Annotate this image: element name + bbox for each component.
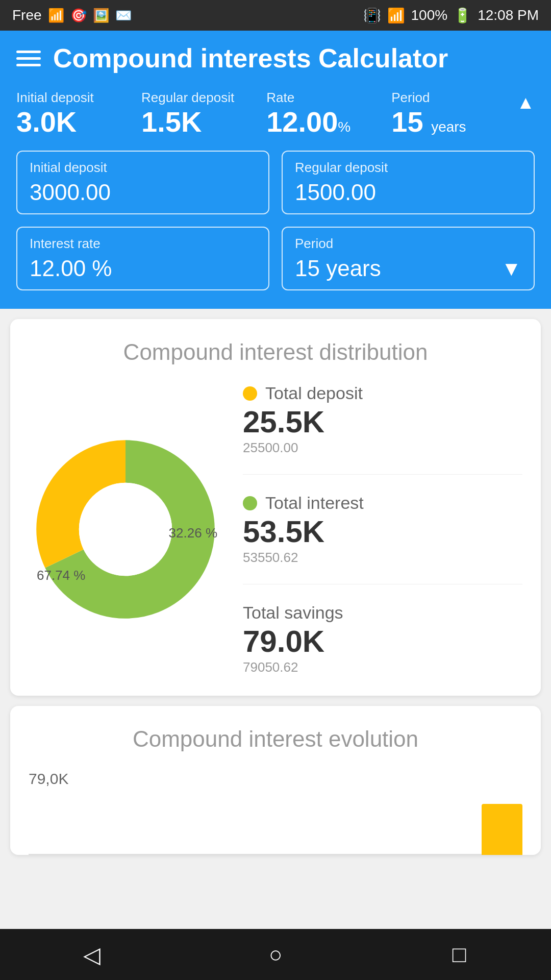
status-time: 12:08 PM [478, 7, 539, 23]
status-icon-1: 📶 [48, 8, 64, 23]
summary-period-label: Period [391, 90, 516, 106]
summary-rate-label: Rate [266, 90, 391, 106]
summary-rate: Rate 12.00% [266, 90, 391, 136]
legend-total-deposit: Total deposit 25.5K 25500.00 [243, 383, 522, 456]
status-battery-percent: 100% [411, 7, 448, 23]
distribution-legend: Total deposit 25.5K 25500.00 Total inter… [243, 383, 522, 675]
input-grid: Initial deposit 3000.00 Regular deposit … [16, 151, 535, 290]
status-icon-2: 🎯 [70, 8, 87, 23]
initial-deposit-label: Initial deposit [30, 160, 256, 176]
legend-total-deposit-header: Total deposit [243, 383, 522, 403]
regular-deposit-field[interactable]: Regular deposit 1500.00 [282, 151, 535, 214]
summary-initial-deposit-value: 3.0K [16, 108, 141, 136]
legend-interest-large: 53.5K [243, 515, 522, 549]
evolution-bar [482, 804, 522, 855]
summary-initial-deposit: Initial deposit 3.0K [16, 90, 141, 136]
initial-deposit-field[interactable]: Initial deposit 3000.00 [16, 151, 269, 214]
header-top: Compound interests Calculator [16, 43, 535, 74]
legend-interest-dot [243, 496, 257, 510]
donut-yellow-label: 32.26 % [169, 525, 217, 541]
interest-rate-field[interactable]: Interest rate 12.00 % [16, 227, 269, 290]
legend-savings-label: Total savings [243, 603, 522, 623]
period-label: Period [295, 236, 521, 252]
status-icon-3: 🖼️ [93, 8, 109, 23]
donut-green-label: 67.74 % [37, 568, 85, 583]
back-button[interactable]: ◁ [71, 934, 112, 975]
period-value-row: 15 years ▼ [295, 256, 521, 281]
evolution-baseline [29, 854, 522, 855]
summary-rate-unit: % [338, 119, 350, 135]
summary-period-value: 15 years [391, 108, 516, 136]
interest-rate-label: Interest rate [30, 236, 256, 252]
status-battery-icon: 🔋 [454, 7, 471, 24]
home-button[interactable]: ○ [255, 934, 296, 975]
legend-savings-small: 79050.62 [243, 659, 522, 675]
summary-period: Period 15 years [391, 90, 516, 136]
main-content: Compound interest distribution 32.26 % 6… [0, 309, 551, 929]
regular-deposit-label: Regular deposit [295, 160, 521, 176]
legend-total-savings: Total savings 79.0K 79050.62 [243, 603, 522, 675]
evolution-card: Compound interest evolution 79,0K [10, 706, 541, 855]
summary-regular-deposit-label: Regular deposit [141, 90, 266, 106]
legend-divider-2 [243, 584, 522, 584]
legend-total-interest-header: Total interest [243, 493, 522, 513]
legend-deposit-small: 25500.00 [243, 440, 522, 456]
initial-deposit-value: 3000.00 [30, 180, 256, 205]
period-field[interactable]: Period 15 years ▼ [282, 227, 535, 290]
status-bar: Free 📶 🎯 🖼️ ✉️ 📳 📶 100% 🔋 12:08 PM [0, 0, 551, 31]
status-signal: 📶 [387, 7, 405, 24]
status-left: Free 📶 🎯 🖼️ ✉️ [12, 7, 132, 23]
legend-savings-large: 79.0K [243, 625, 522, 658]
recent-apps-button[interactable]: □ [439, 934, 480, 975]
summary-regular-deposit-value: 1.5K [141, 108, 266, 136]
status-free-label: Free [12, 7, 42, 23]
period-value: 15 years [295, 256, 381, 281]
donut-chart: 32.26 % 67.74 % [29, 432, 222, 626]
svg-point-2 [79, 483, 172, 576]
app-title: Compound interests Calculator [53, 43, 448, 74]
collapse-button[interactable]: ▲ [516, 90, 535, 113]
distribution-card-title: Compound interest distribution [29, 339, 522, 365]
summary-regular-deposit: Regular deposit 1.5K [141, 90, 266, 136]
summary-rate-value: 12.00% [266, 108, 391, 136]
hamburger-menu[interactable] [16, 51, 41, 66]
legend-divider-1 [243, 474, 522, 475]
legend-interest-label: Total interest [265, 493, 364, 513]
summary-row: Initial deposit 3.0K Regular deposit 1.5… [16, 90, 535, 136]
legend-total-interest: Total interest 53.5K 53550.62 [243, 493, 522, 566]
distribution-card: Compound interest distribution 32.26 % 6… [10, 319, 541, 696]
regular-deposit-value: 1500.00 [295, 180, 521, 205]
legend-deposit-label: Total deposit [265, 383, 363, 403]
summary-initial-deposit-label: Initial deposit [16, 90, 141, 106]
bottom-nav: ◁ ○ □ [0, 929, 551, 980]
header-section: Compound interests Calculator Initial de… [0, 31, 551, 309]
status-icon-4: ✉️ [115, 8, 132, 23]
period-chevron-down-icon[interactable]: ▼ [501, 257, 521, 280]
evolution-card-title: Compound interest evolution [29, 726, 522, 752]
legend-deposit-large: 25.5K [243, 405, 522, 439]
status-right: 📳 📶 100% 🔋 12:08 PM [363, 7, 539, 24]
interest-rate-value: 12.00 % [30, 256, 256, 281]
legend-interest-small: 53550.62 [243, 550, 522, 566]
evolution-y-label: 79,0K [29, 770, 522, 788]
legend-deposit-dot [243, 386, 257, 401]
summary-period-unit: years [431, 119, 466, 135]
distribution-content: 32.26 % 67.74 % Total deposit 25.5K 2550… [29, 383, 522, 675]
evolution-chart-area [29, 794, 522, 855]
status-vibrate-icon: 📳 [363, 7, 381, 24]
